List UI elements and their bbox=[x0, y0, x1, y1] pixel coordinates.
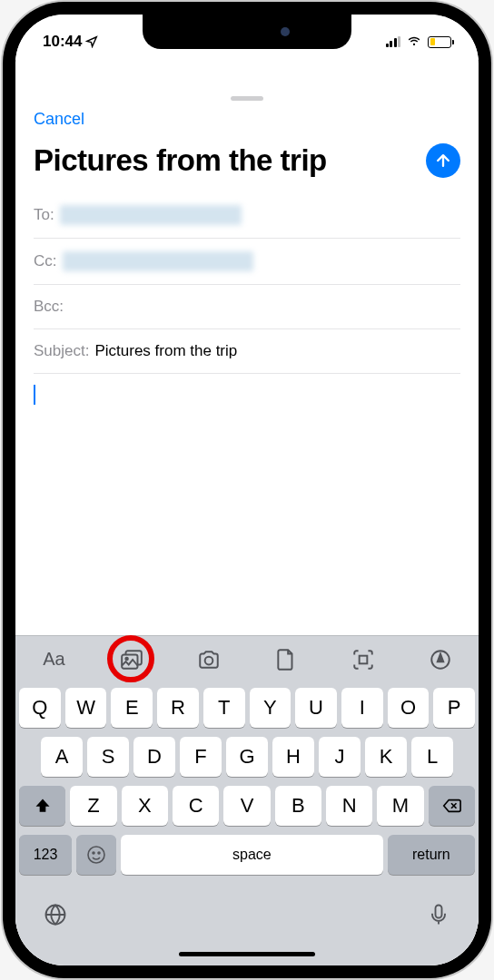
return-key[interactable]: return bbox=[388, 835, 475, 875]
markup-icon bbox=[429, 648, 452, 671]
camera-icon bbox=[197, 648, 221, 671]
key-w[interactable]: W bbox=[65, 688, 107, 728]
key-l[interactable]: L bbox=[411, 737, 453, 777]
phone-frame: 10:44 Cancel Pictures from the trip bbox=[3, 2, 491, 978]
keyboard-toolbar: Aa bbox=[15, 635, 479, 682]
document-icon bbox=[274, 648, 298, 671]
key-u[interactable]: U bbox=[295, 688, 337, 728]
svg-point-3 bbox=[204, 656, 212, 664]
key-b[interactable]: B bbox=[275, 786, 321, 826]
location-icon bbox=[85, 35, 98, 48]
globe-button[interactable] bbox=[43, 902, 68, 931]
numbers-key[interactable]: 123 bbox=[19, 835, 72, 875]
wifi-icon bbox=[406, 32, 422, 52]
keyboard: Aa bbox=[15, 635, 479, 965]
key-f[interactable]: F bbox=[180, 737, 222, 777]
key-j[interactable]: J bbox=[319, 737, 361, 777]
key-z[interactable]: Z bbox=[70, 786, 116, 826]
status-icons bbox=[386, 32, 452, 52]
key-q[interactable]: Q bbox=[19, 688, 61, 728]
space-key[interactable]: space bbox=[121, 835, 383, 875]
cc-value-redacted bbox=[63, 251, 253, 271]
camera-button[interactable] bbox=[190, 641, 228, 679]
subject-field[interactable]: Subject: Pictures from the trip bbox=[34, 329, 460, 374]
text-cursor bbox=[34, 385, 35, 405]
key-k[interactable]: K bbox=[365, 737, 407, 777]
globe-icon bbox=[43, 902, 68, 927]
backspace-key[interactable] bbox=[429, 786, 475, 826]
key-a[interactable]: A bbox=[41, 737, 83, 777]
backspace-icon bbox=[441, 796, 461, 816]
home-indicator[interactable] bbox=[179, 952, 315, 956]
key-r[interactable]: R bbox=[157, 688, 199, 728]
key-h[interactable]: H bbox=[272, 737, 314, 777]
cc-field[interactable]: Cc: bbox=[34, 239, 460, 285]
emoji-key[interactable] bbox=[76, 835, 116, 875]
bcc-label: Bcc: bbox=[34, 298, 64, 316]
cc-label: Cc: bbox=[34, 252, 57, 270]
key-c[interactable]: C bbox=[173, 786, 219, 826]
sheet-header: Cancel bbox=[15, 101, 479, 136]
document-button[interactable] bbox=[267, 641, 305, 679]
scan-icon bbox=[351, 648, 375, 671]
dictation-button[interactable] bbox=[426, 902, 451, 931]
keyboard-keys: QWERTYUIOP ASDFGHJKL ZXCVBNM 123 space r bbox=[15, 682, 479, 889]
svg-point-6 bbox=[88, 847, 104, 863]
keyboard-row-1: QWERTYUIOP bbox=[19, 688, 475, 728]
compose-sheet: Cancel Pictures from the trip To: Cc: Bc… bbox=[15, 89, 479, 965]
svg-point-7 bbox=[93, 852, 94, 854]
status-time: 10:44 bbox=[43, 33, 98, 51]
svg-rect-4 bbox=[359, 655, 367, 663]
format-button[interactable]: Aa bbox=[35, 641, 74, 679]
keyboard-row-3: ZXCVBNM bbox=[19, 786, 475, 826]
keyboard-row-4: 123 space return bbox=[19, 835, 475, 875]
shift-key[interactable] bbox=[19, 786, 65, 826]
notch bbox=[143, 15, 351, 49]
shift-icon bbox=[34, 797, 52, 815]
scan-button[interactable] bbox=[344, 641, 382, 679]
key-d[interactable]: D bbox=[133, 737, 175, 777]
key-v[interactable]: V bbox=[223, 786, 270, 826]
key-t[interactable]: T bbox=[203, 688, 245, 728]
key-i[interactable]: I bbox=[341, 688, 383, 728]
photo-library-button[interactable] bbox=[113, 641, 151, 679]
to-label: To: bbox=[34, 206, 54, 224]
key-x[interactable]: X bbox=[122, 786, 168, 826]
page-title: Pictures from the trip bbox=[34, 143, 419, 178]
svg-point-8 bbox=[98, 852, 100, 854]
to-field[interactable]: To: bbox=[34, 192, 460, 239]
key-e[interactable]: E bbox=[111, 688, 153, 728]
to-value-redacted bbox=[60, 205, 242, 225]
key-n[interactable]: N bbox=[326, 786, 372, 826]
photo-icon bbox=[120, 648, 143, 671]
emoji-icon bbox=[85, 844, 107, 866]
subject-label: Subject: bbox=[34, 342, 89, 360]
bcc-field[interactable]: Bcc: bbox=[34, 285, 460, 329]
svg-point-2 bbox=[125, 657, 128, 660]
svg-rect-10 bbox=[436, 906, 442, 918]
send-button[interactable] bbox=[426, 143, 460, 178]
keyboard-row-2: ASDFGHJKL bbox=[19, 737, 475, 777]
key-g[interactable]: G bbox=[226, 737, 268, 777]
time-text: 10:44 bbox=[43, 33, 82, 51]
arrow-up-icon bbox=[434, 152, 452, 170]
body-input[interactable] bbox=[15, 374, 479, 416]
key-y[interactable]: Y bbox=[250, 688, 291, 728]
key-m[interactable]: M bbox=[377, 786, 423, 826]
battery-icon bbox=[428, 36, 451, 48]
key-p[interactable]: P bbox=[433, 688, 475, 728]
key-s[interactable]: S bbox=[87, 737, 129, 777]
cancel-button[interactable]: Cancel bbox=[34, 110, 84, 129]
title-row: Pictures from the trip bbox=[15, 136, 479, 192]
subject-value: Pictures from the trip bbox=[94, 342, 237, 360]
microphone-icon bbox=[426, 902, 451, 927]
markup-button[interactable] bbox=[421, 641, 459, 679]
cellular-icon bbox=[386, 36, 401, 47]
key-o[interactable]: O bbox=[388, 688, 430, 728]
phone-screen: 10:44 Cancel Pictures from the trip bbox=[15, 15, 479, 965]
